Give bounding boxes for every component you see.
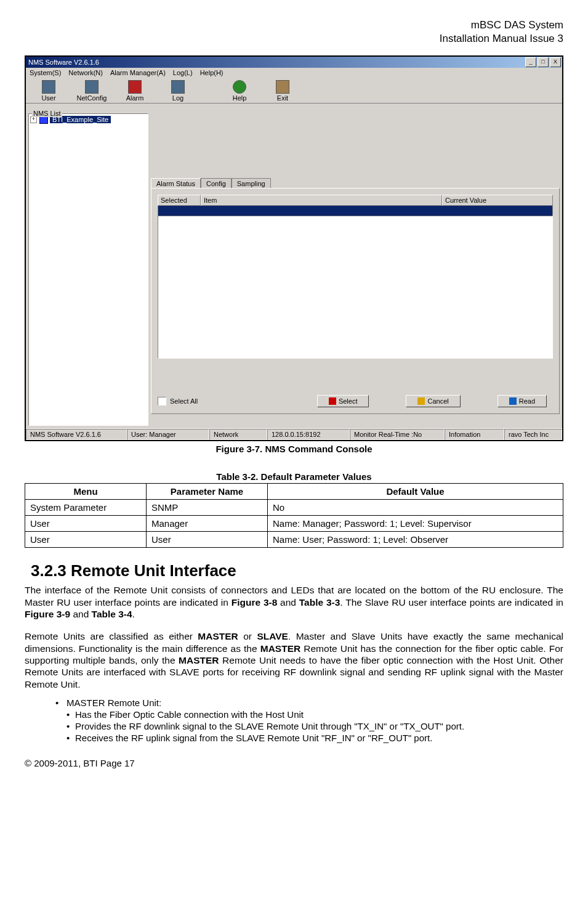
pencil-icon xyxy=(417,397,425,405)
bullet-list: MASTER Remote Unit: Has the Fiber Optic … xyxy=(25,698,563,743)
status-user: User: Manager xyxy=(127,429,209,440)
th-param: Parameter Name xyxy=(147,484,268,500)
table-row: User Manager Name: Manager; Password: 1;… xyxy=(25,516,563,532)
toolbar-alarm[interactable]: Alarm xyxy=(113,79,156,102)
grid-body[interactable] xyxy=(158,216,553,359)
select-all-checkbox[interactable] xyxy=(158,397,166,405)
sub-bullet: Receives the RF uplink signal from the S… xyxy=(75,733,563,743)
titlebar: NMS Software V2.6.1.6 _ □ X xyxy=(26,57,562,68)
th-menu: Menu xyxy=(25,484,147,500)
page-footer: © 2009‐2011, BTI Page 17 xyxy=(25,758,563,768)
grid-selected-row[interactable] xyxy=(158,206,553,216)
status-app: NMS Software V2.6.1.6 xyxy=(26,429,127,440)
read-button[interactable]: Read xyxy=(497,395,547,407)
toolbar-log[interactable]: Log xyxy=(156,79,199,102)
status-addr: 128.0.0.15:8192 xyxy=(267,429,350,440)
tab-body: Selected Item Current Value Select All S… xyxy=(151,188,560,414)
toolbar-help[interactable]: Help xyxy=(218,79,261,102)
toolbar-netconfig[interactable]: NetConfig xyxy=(70,79,113,102)
bullet-master: MASTER Remote Unit: Has the Fiber Optic … xyxy=(66,698,563,743)
header-line1: mBSC DAS System xyxy=(25,18,563,32)
col-item[interactable]: Item xyxy=(201,195,442,206)
tree-expander[interactable]: + xyxy=(30,116,37,123)
log-icon xyxy=(171,80,185,94)
section-heading: 3.2.3 Remote Unit Interface xyxy=(31,561,563,580)
paragraph-2: Remote Units are classified as either MA… xyxy=(25,630,563,690)
status-company: ravo Tech Inc xyxy=(504,429,562,440)
tab-alarm-status[interactable]: Alarm Status xyxy=(151,178,201,189)
paragraph-1: The interface of the Remote Unit consist… xyxy=(25,584,563,620)
close-button[interactable]: X xyxy=(550,57,561,67)
select-button[interactable]: Select xyxy=(317,395,369,407)
user-icon xyxy=(42,80,55,94)
menu-log[interactable]: Log(L) xyxy=(173,69,193,76)
cancel-button[interactable]: Cancel xyxy=(406,395,460,407)
netconfig-icon xyxy=(85,80,99,94)
col-current-value[interactable]: Current Value xyxy=(442,195,553,206)
table-caption: Table 3-2. Default Parameter Values xyxy=(25,471,563,482)
folder-icon xyxy=(509,397,517,405)
nms-list-label: NMS List xyxy=(32,110,62,117)
select-all-label[interactable]: Select All xyxy=(170,397,198,405)
parameter-table: Menu Parameter Name Default Value System… xyxy=(25,483,563,548)
grid-header: Selected Item Current Value xyxy=(158,195,553,206)
table-row: User User Name: User; Password: 1; Level… xyxy=(25,532,563,548)
menu-alarm-manager[interactable]: Alarm Manager(A) xyxy=(110,69,166,76)
maximize-button[interactable]: □ xyxy=(538,57,549,67)
status-monitor: Monitor Real-Time :No xyxy=(350,429,445,440)
statusbar: NMS Software V2.6.1.6 User: Manager Netw… xyxy=(26,428,562,440)
window-title: NMS Software V2.6.1.6 xyxy=(27,59,525,66)
sub-bullet: Has the Fiber Optic Cable connection wit… xyxy=(75,709,563,720)
page-header: mBSC DAS System Installation Manual Issu… xyxy=(25,18,563,46)
nms-screenshot: NMS Software V2.6.1.6 _ □ X System(S) Ne… xyxy=(25,55,563,441)
help-icon xyxy=(233,80,246,94)
header-line2: Installation Manual Issue 3 xyxy=(25,32,563,46)
toolbar-exit[interactable]: Exit xyxy=(261,79,304,102)
figure-caption: Figure 3-7. NMS Command Console xyxy=(25,444,563,454)
menu-network[interactable]: Network(N) xyxy=(68,69,103,76)
exit-icon xyxy=(276,80,289,94)
tab-sampling[interactable]: Sampling xyxy=(232,178,271,189)
menu-help[interactable]: Help(H) xyxy=(200,69,224,76)
check-icon xyxy=(329,397,336,405)
minimize-button[interactable]: _ xyxy=(525,57,536,67)
menu-system[interactable]: System(S) xyxy=(30,69,61,76)
tabs: Alarm StatusConfigSampling xyxy=(151,177,560,188)
sub-bullet: Provides the RF downlink signal to the S… xyxy=(75,721,563,731)
toolbar-user[interactable]: User xyxy=(27,79,70,102)
col-selected[interactable]: Selected xyxy=(158,195,201,206)
menubar: System(S) Network(N) Alarm Manager(A) Lo… xyxy=(26,68,562,78)
table-row: System Parameter SNMP No xyxy=(25,500,563,516)
status-info: Infomation xyxy=(445,429,504,440)
th-default: Default Value xyxy=(268,484,563,500)
status-network: Network xyxy=(209,429,267,440)
alarm-icon xyxy=(128,80,142,94)
toolbar: User NetConfig Alarm Log Help Exit xyxy=(26,78,562,104)
nms-tree[interactable]: + BTI_Example_Site xyxy=(28,113,148,426)
tab-config[interactable]: Config xyxy=(201,178,232,189)
